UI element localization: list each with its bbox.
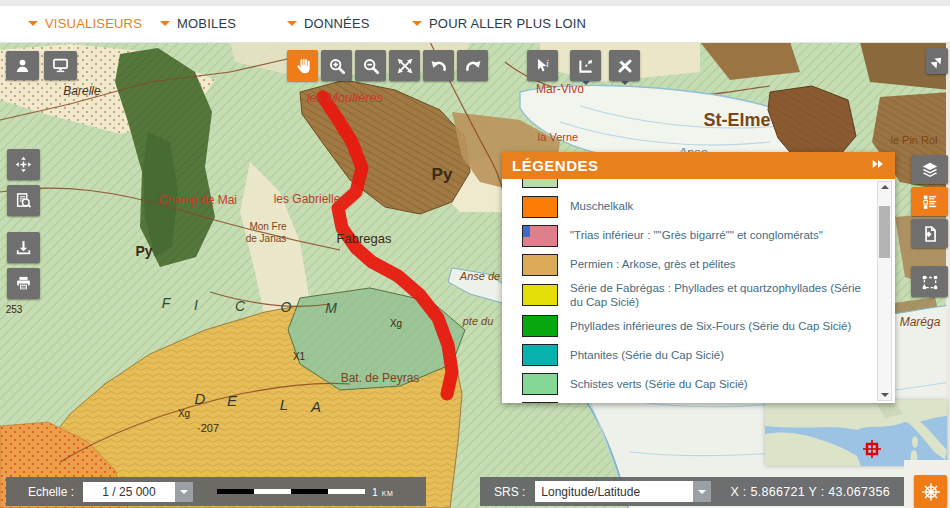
scale-label: Echelle : [28, 485, 74, 499]
legend-color-swatch [522, 402, 558, 403]
legend-item-label: Muschelkalk [570, 199, 633, 213]
scroll-up-icon[interactable] [881, 185, 889, 189]
feature-info-button[interactable]: i [527, 50, 558, 81]
scale-select[interactable]: 1 / 25 000 [83, 482, 193, 502]
legend-item: Série de Fabrégas : Phyllades et quartzo… [502, 279, 895, 312]
srs-value: Longitude/Latitude [535, 481, 693, 502]
srs-statusbar: SRS : Longitude/Latitude X : 5.866721 Y … [480, 477, 904, 506]
legend-item-label: Phyllades inférieures de Six-Fours (Séri… [570, 319, 851, 333]
legend-panel: LÉGENDES Muschelkalk"Trias inférieur : "… [502, 152, 895, 403]
zoom-in-button[interactable] [321, 50, 352, 81]
svg-text:i: i [545, 57, 548, 68]
scale-value: 1 / 25 000 [83, 482, 175, 502]
layers-icon [921, 161, 939, 179]
scale-bar [217, 489, 365, 494]
measure-icon [577, 57, 595, 75]
zoom-out-icon [362, 57, 380, 75]
submenu-arrow-icon [582, 81, 590, 89]
nav-item-label: VISUALISEURS [45, 16, 142, 31]
scale-statusbar: Echelle : 1 / 25 000 1 km [6, 477, 426, 506]
nav-item-donn-es[interactable]: DONNÉES [287, 16, 370, 31]
collapse-panel-button[interactable] [926, 48, 948, 74]
nav-item-visualiseurs[interactable]: VISUALISEURS [28, 16, 142, 31]
undo-arrow-icon [430, 57, 448, 75]
legends-button[interactable] [911, 187, 948, 216]
screen-share-button[interactable] [44, 51, 77, 80]
legend-title: LÉGENDES [512, 157, 599, 174]
zoom-in-icon [328, 57, 346, 75]
select-region-icon [921, 273, 939, 291]
legend-item: "Trias inférieur : ""Grès bigarré"" et c… [502, 221, 895, 250]
dropdown-arrow-icon[interactable] [175, 482, 193, 502]
zoom-extent-button[interactable] [389, 50, 420, 81]
legend-item: Permien : Arkose, grès et pélites [502, 250, 895, 279]
compass-button[interactable] [914, 475, 947, 508]
print-button[interactable] [7, 268, 40, 299]
cursor-coordinates: X : 5.866721 Y : 43.067356 [730, 485, 890, 499]
legend-color-swatch [522, 344, 558, 366]
layers-button[interactable] [911, 155, 948, 184]
move-view-button[interactable] [7, 149, 40, 180]
download-icon [15, 239, 32, 256]
dropdown-arrow-icon[interactable] [693, 481, 711, 502]
advanced-tools-button[interactable] [609, 50, 640, 81]
map-toolbar: i [287, 50, 640, 81]
download-button[interactable] [7, 232, 40, 263]
scrollbar-thumb[interactable] [879, 206, 890, 258]
measure-button[interactable] [570, 50, 601, 81]
legend-item: Poudingues intraformationnels (Série du … [502, 399, 895, 403]
user-icon [14, 57, 31, 74]
legend-item: Schistes verts (Série du Cap Sicié) [502, 370, 895, 399]
legend-item: Phtanites (Série du Cap Sicié) [502, 341, 895, 370]
helm-wheel-icon [921, 482, 941, 502]
scroll-down-icon[interactable] [881, 393, 889, 397]
legend-color-swatch [522, 373, 558, 395]
caret-down-icon [160, 21, 170, 31]
legend-panel-header[interactable]: LÉGENDES [502, 152, 895, 179]
add-data-button[interactable] [911, 219, 948, 248]
nav-item-mobiles[interactable]: MOBILES [160, 16, 236, 31]
select-region-button[interactable] [911, 266, 948, 297]
nav-item-label: DONNÉES [304, 16, 370, 31]
double-chevron-right-icon [871, 157, 885, 171]
legend-color-swatch [522, 196, 558, 218]
legend-collapse-button[interactable] [871, 157, 885, 174]
legend-item-label: Série de Fabrégas : Phyllades et quartzo… [570, 281, 869, 310]
legend-item-label: "Trias inférieur : ""Grès bigarré"" et c… [570, 228, 823, 242]
legend-item: Phyllades inférieures de Six-Fours (Séri… [502, 312, 895, 341]
legend-item-partial [522, 179, 558, 188]
nav-item-label: MOBILES [177, 16, 236, 31]
document-search-icon [15, 192, 32, 209]
nav-item-label: POUR ALLER PLUS LOIN [429, 16, 586, 31]
legend-color-swatch [522, 284, 558, 306]
tools-icon [616, 57, 634, 75]
legend-item: Muschelkalk [502, 192, 895, 221]
top-strip [0, 0, 950, 6]
redo-button[interactable] [457, 50, 488, 81]
pan-hand-button[interactable] [287, 50, 318, 81]
caret-down-icon [412, 21, 422, 31]
legend-color-swatch [522, 254, 558, 276]
scale-bar-label: 1 km [372, 486, 393, 498]
double-chevron-icon [930, 54, 945, 69]
cursor-info-icon: i [534, 57, 552, 75]
legend-item-label: Schistes verts (Série du Cap Sicié) [570, 377, 748, 391]
legend-swatch-corner [523, 226, 530, 237]
legend-scrollbar[interactable] [877, 181, 892, 401]
expand-arrows-icon [396, 57, 414, 75]
nav-item-pour-aller-plus-loin[interactable]: POUR ALLER PLUS LOIN [412, 16, 586, 31]
document-plus-icon [921, 225, 939, 243]
search-document-button[interactable] [7, 185, 40, 216]
legend-color-swatch [522, 225, 558, 247]
move-arrows-icon [15, 156, 32, 173]
legend-list-icon [921, 193, 939, 211]
legend-item-label: Phtanites (Série du Cap Sicié) [570, 348, 724, 362]
hand-icon [294, 57, 312, 75]
user-account-button[interactable] [6, 51, 39, 80]
zoom-out-button[interactable] [355, 50, 386, 81]
undo-button[interactable] [423, 50, 454, 81]
overview-map[interactable] [765, 400, 947, 466]
srs-select[interactable]: Longitude/Latitude [535, 481, 711, 502]
top-navigation: VISUALISEURSMOBILESDONNÉESPOUR ALLER PLU… [0, 0, 950, 43]
srs-label: SRS : [494, 485, 525, 499]
